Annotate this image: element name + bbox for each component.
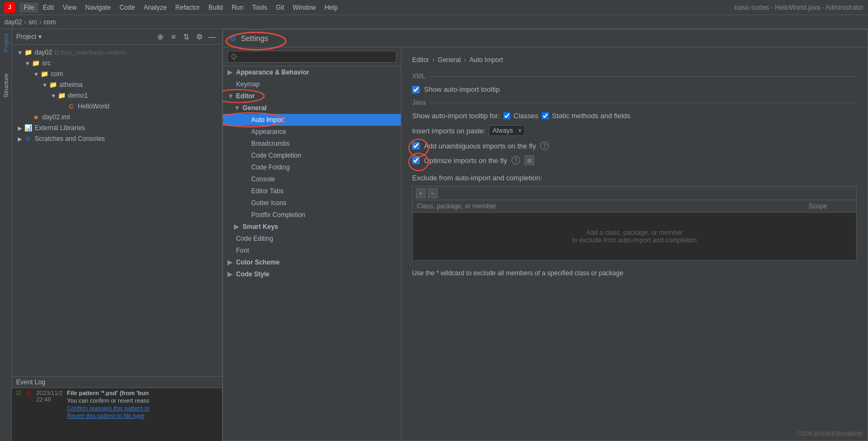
nav-label-gutter-icons: Gutter Icons — [251, 199, 286, 207]
event-delete-icon[interactable]: 🗑 — [26, 390, 32, 419]
java-icon-helloworld: C — [67, 102, 76, 111]
expand-icon[interactable]: ⇅ — [181, 31, 192, 42]
menu-git[interactable]: Git — [272, 3, 288, 12]
insert-imports-select[interactable]: Always Ask Never — [489, 125, 525, 136]
menu-file[interactable]: File — [19, 3, 38, 12]
optimize-imports-extra-icon[interactable]: ⊟ — [524, 155, 534, 165]
add-unambiguous-row: Add unambiguous imports on the fly ? — [412, 141, 857, 150]
settings-search-input[interactable] — [227, 51, 396, 63]
nav-label-color-scheme: Color Scheme — [236, 259, 280, 266]
nav-arrow-general: ▼ — [234, 104, 243, 112]
tree-item-scratches[interactable]: ▶ ⊙ Scratches and Consoles — [12, 133, 222, 144]
tree-arrow-src: ▼ — [24, 59, 31, 67]
add-unambiguous-help-icon[interactable]: ? — [540, 141, 549, 150]
locate-icon[interactable]: ⊕ — [155, 31, 166, 42]
content-bc-general: General — [438, 56, 461, 64]
tree-item-day02[interactable]: ▼ 📁 day02 D:\lvyy_code\basic-codes\c — [12, 47, 222, 58]
extlibs-icon: 📊 — [24, 124, 32, 132]
breadcrumb-sep1: › — [24, 18, 26, 26]
nav-arrow-code-style: ▶ — [227, 270, 236, 278]
nav-label-postfix: Postfix Completion — [251, 211, 305, 219]
xml-section-title: XML — [412, 72, 857, 80]
breadcrumb-day02[interactable]: day02 — [4, 18, 22, 26]
add-unambiguous-checkbox[interactable] — [412, 142, 420, 150]
settings-nav-breadcrumbs[interactable]: Breadcrumbs — [223, 138, 401, 150]
nav-arrow-smart-keys: ▶ — [234, 223, 243, 230]
settings-nav-editor[interactable]: ▼ Editor — [223, 90, 401, 102]
tree-item-ext-libs[interactable]: ▶ 📊 External Libraries — [12, 123, 222, 133]
add-unambiguous-label: Add unambiguous imports on the fly — [424, 142, 536, 150]
collapse-icon[interactable]: ≡ — [168, 31, 179, 42]
exclude-empty-line2: to exclude from auto-import and completi… — [429, 236, 840, 244]
settings-nav: ▶ Appearance & Behavior Keymap ▼ Editor — [223, 48, 401, 440]
settings-nav-code-editing[interactable]: Code Editing — [223, 233, 401, 245]
settings-nav-font[interactable]: Font — [223, 245, 401, 256]
breadcrumb-com[interactable]: com — [44, 18, 56, 26]
tree-item-src[interactable]: ▼ 📁 src — [12, 58, 222, 69]
optimize-imports-checkbox[interactable] — [412, 157, 420, 164]
menu-help[interactable]: Help — [320, 3, 342, 12]
exclude-remove-btn[interactable]: − — [428, 188, 438, 198]
menu-navigate[interactable]: Navigate — [81, 3, 115, 12]
event-time: 2023/11/222:49 — [36, 390, 63, 419]
exclude-add-btn[interactable]: + — [416, 188, 426, 198]
nav-label-smart-keys: Smart Keys — [243, 223, 278, 230]
settings-search-container — [223, 48, 401, 66]
settings-nav-gutter-icons[interactable]: Gutter Icons — [223, 197, 401, 209]
settings-nav-code-completion[interactable]: Code Completion — [223, 150, 401, 161]
nav-arrow-color-scheme: ▶ — [227, 259, 236, 266]
java-classes-checkbox[interactable] — [503, 112, 510, 119]
optimize-imports-label: Optimize imports on the fly — [424, 157, 507, 165]
settings-nav-code-style[interactable]: ▶ Code Style — [223, 268, 401, 280]
exclude-table-empty: Add a class, package, or member to exclu… — [413, 213, 856, 260]
settings-nav-keymap[interactable]: Keymap — [223, 78, 401, 90]
settings-nav-appearance-behavior[interactable]: ▶ Appearance & Behavior — [223, 66, 401, 78]
java-tooltip-row: Show auto-import tooltip for: Classes St… — [412, 112, 857, 120]
project-sidebar: Project ▾ ⊕ ≡ ⇅ ⚙ — ▼ 📁 day02 D:\lvyy_co… — [12, 29, 223, 441]
tree-item-iml[interactable]: ▶ ◼ day02.iml — [12, 112, 222, 123]
tree-item-helloworld[interactable]: ▶ C HelloWorld — [12, 101, 222, 112]
java-static-checkbox[interactable] — [542, 112, 549, 119]
settings-nav-editor-tabs[interactable]: Editor Tabs — [223, 185, 401, 197]
settings-nav-code-folding[interactable]: Code Folding — [223, 161, 401, 173]
tree-item-demo1[interactable]: ▼ 📁 demo1 — [12, 90, 222, 101]
footer-note: Use the * wildcard to exclude all member… — [412, 269, 857, 277]
settings-nav-auto-import[interactable]: Auto Import — [223, 114, 401, 126]
event-text: You can confirm or revert reass — [67, 397, 150, 404]
menu-code[interactable]: Code — [115, 3, 139, 12]
menu-refactor[interactable]: Refactor — [171, 3, 204, 12]
java-static-label: Static methods and fields — [552, 112, 630, 120]
settings-nav-postfix[interactable]: Postfix Completion — [223, 209, 401, 221]
project-tab[interactable]: Project — [3, 33, 9, 52]
breadcrumb-src[interactable]: src — [29, 18, 37, 26]
settings-nav-color-scheme[interactable]: ▶ Color Scheme — [223, 256, 401, 268]
tree-arrow-demo1: ▼ — [50, 92, 57, 99]
menu-analyze[interactable]: Analyze — [139, 3, 171, 12]
structure-tab-left[interactable]: Structure — [3, 73, 9, 98]
nav-arrow-appearance-behavior: ▶ — [227, 69, 236, 76]
menu-edit[interactable]: Edit — [38, 3, 58, 12]
nav-label-editor: Editor — [236, 92, 255, 100]
close-sidebar-icon[interactable]: — — [207, 31, 218, 42]
event-log-item: ☑ 🗑 2023/11/222:49 File pattern '*.psd' … — [12, 388, 222, 420]
menu-build[interactable]: Build — [204, 3, 227, 12]
menu-view[interactable]: View — [58, 3, 81, 12]
tree-item-com[interactable]: ▼ 📁 com — [12, 69, 222, 79]
breadcrumb-sep2: › — [39, 18, 42, 26]
event-link-revert[interactable]: Revert this pattern to file type — [67, 412, 150, 419]
settings-nav-appearance[interactable]: Appearance — [223, 126, 401, 138]
menu-window[interactable]: Window — [288, 3, 320, 12]
settings-nav-smart-keys[interactable]: ▶ Smart Keys — [223, 221, 401, 233]
settings-nav-console[interactable]: Console — [223, 173, 401, 185]
event-link-confirm[interactable]: Confirm reassign this pattern to — [67, 405, 150, 411]
tree-label-day02: day02 — [35, 49, 52, 56]
menu-tools[interactable]: Tools — [248, 3, 272, 12]
tree-item-atheima[interactable]: ▼ 📁 atheima — [12, 79, 222, 90]
menu-run[interactable]: Run — [227, 3, 248, 12]
xml-show-tooltip-checkbox[interactable] — [412, 86, 420, 93]
optimize-imports-help-icon[interactable]: ? — [512, 156, 520, 165]
settings-sidebar-icon[interactable]: ⚙ — [194, 31, 205, 42]
settings-nav-general[interactable]: ▼ General — [223, 102, 401, 114]
tree-arrow-atheima: ▼ — [41, 81, 49, 89]
tree-label-demo1: demo1 — [68, 92, 88, 99]
